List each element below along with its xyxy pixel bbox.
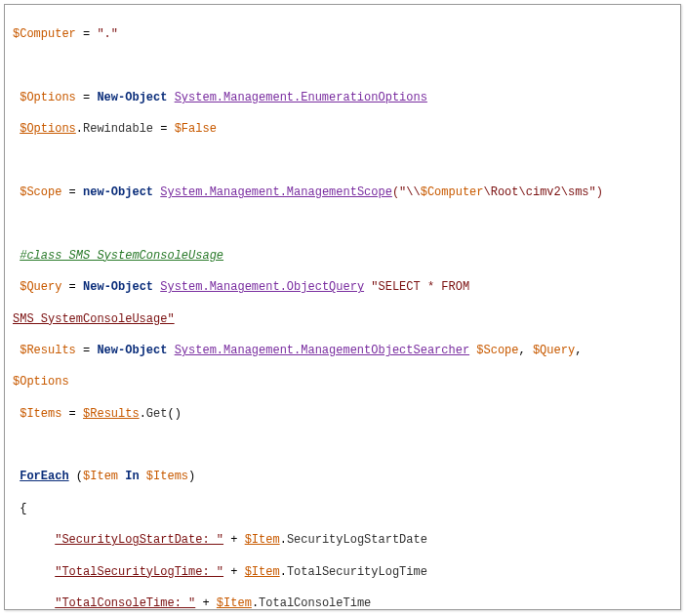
- mem-sld: SecurityLogStartDate: [287, 533, 427, 547]
- var-computer: $Computer: [421, 185, 484, 199]
- kw-newobject: New-Object: [97, 344, 167, 357]
- mem-get: Get: [146, 407, 168, 421]
- blank-line: [13, 437, 672, 453]
- kw-newobject: New-Object: [83, 280, 153, 294]
- code-line: $Items = $Results.Get(): [13, 406, 672, 422]
- str-path-open: ("\\: [392, 185, 421, 199]
- var-item: $Item: [245, 533, 280, 547]
- lbl-tct: "TotalConsoleTime: ": [55, 596, 195, 610]
- var-scope: $Scope: [20, 185, 61, 199]
- str-select-usage2: SMS_SystemConsoleUsage": [13, 312, 175, 326]
- var-options: $Options: [20, 91, 76, 104]
- class-enumopts: System.Management.EnumerationOptions: [175, 91, 427, 104]
- kw-foreach: ForEach: [20, 470, 68, 483]
- mem-rewindable: Rewindable: [83, 122, 153, 136]
- blank-line: [13, 153, 672, 169]
- code-line: $Options: [13, 374, 672, 390]
- lbl-sld: "SecurityLogStartDate: ": [55, 533, 223, 547]
- str-dot: ".": [97, 27, 118, 41]
- class-mscope: System.Management.ManagementScope: [160, 185, 392, 199]
- code-line: {: [13, 501, 672, 516]
- mem-tslt: TotalSecurityLogTime: [287, 565, 427, 579]
- kw-in: In: [125, 470, 139, 483]
- var-item: $Item: [83, 470, 118, 483]
- code-line: $Results = New-Object System.Management.…: [13, 343, 672, 358]
- var-options: $Options: [20, 122, 76, 136]
- comment-line: #class SMS_SystemConsoleUsage: [13, 248, 672, 264]
- class-searcher: System.Management.ManagementObjectSearch…: [175, 344, 469, 357]
- code-line: $Options = New-Object System.Management.…: [13, 90, 672, 105]
- code-line: SMS_SystemConsoleUsage": [13, 311, 672, 327]
- code-line: ForEach ($Item In $Items): [13, 469, 672, 484]
- comment-usage: #class SMS_SystemConsoleUsage: [20, 249, 223, 263]
- op-eq: =: [76, 27, 98, 41]
- str-select-usage: "SELECT * FROM: [371, 280, 476, 294]
- var-results: $Results: [83, 407, 140, 421]
- code-line: "TotalConsoleTime: " + $Item.TotalConsol…: [13, 595, 672, 610]
- kw-newobject: New-Object: [97, 91, 167, 104]
- var-item: $Item: [245, 565, 280, 579]
- var-scope: $Scope: [476, 344, 518, 357]
- code-line: "TotalSecurityLogTime: " + $Item.TotalSe…: [13, 564, 672, 580]
- str-path-close: \Root\cimv2\sms"): [484, 185, 603, 199]
- kw-newobject: new-Object: [83, 185, 153, 199]
- var-query: $Query: [533, 344, 575, 357]
- blank-line: [13, 216, 672, 231]
- code-line: $Scope = new-Object System.Management.Ma…: [13, 185, 672, 200]
- var-items: $Items: [146, 470, 188, 483]
- code-frame: $Computer = "." $Options = New-Object Sy…: [4, 4, 681, 610]
- lbl-tslt: "TotalSecurityLogTime: ": [55, 565, 223, 579]
- var-item: $Item: [217, 596, 252, 610]
- code-line: "SecurityLogStartDate: " + $Item.Securit…: [13, 532, 672, 548]
- var-options: $Options: [13, 375, 69, 389]
- mem-tct: TotalConsoleTime: [259, 596, 371, 610]
- var-items: $Items: [20, 407, 61, 421]
- var-false: $False: [175, 122, 217, 136]
- code-line: $Query = New-Object System.Management.Ob…: [13, 279, 672, 295]
- var-results: $Results: [20, 344, 76, 357]
- var-query: $Query: [20, 280, 61, 294]
- var-computer: $Computer: [13, 27, 76, 41]
- code-line: $Computer = ".": [13, 26, 672, 42]
- class-objquery: System.Management.ObjectQuery: [160, 280, 364, 294]
- code-line: $Options.Rewindable = $False: [13, 121, 672, 137]
- blank-line: [13, 59, 672, 74]
